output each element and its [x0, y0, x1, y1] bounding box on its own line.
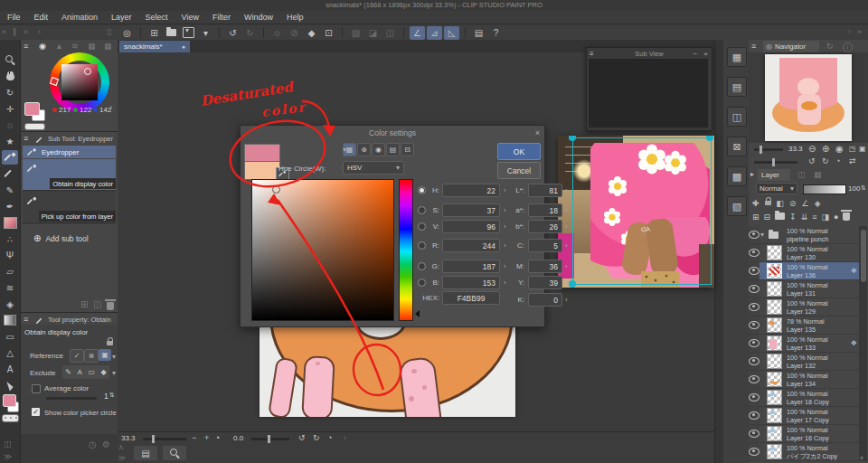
open-file-icon[interactable]	[164, 26, 179, 40]
layer-visibility-cell[interactable]	[749, 407, 760, 425]
blend-tool[interactable]: ≋	[2, 280, 18, 295]
dock-material-image-icon[interactable]: ▩	[727, 166, 747, 186]
hex-field[interactable]: F4BB99	[442, 291, 500, 305]
dialog-close-icon[interactable]: ×	[535, 128, 540, 137]
settings-icon[interactable]: ⚙	[102, 439, 110, 449]
field-M[interactable]: 36	[528, 260, 562, 273]
workspace-toggle-icon[interactable]: ◫	[4, 439, 12, 449]
eraser-tool[interactable]: ▱	[2, 264, 18, 279]
csp-logo-icon[interactable]: ◎	[119, 26, 135, 40]
field-stepper-icon[interactable]: ›	[565, 186, 568, 194]
menu-file[interactable]: File	[7, 13, 21, 22]
color-wheel-tab-icon[interactable]: ◉	[39, 42, 46, 51]
layer-scroll-down-icon[interactable]: ▾	[860, 454, 863, 462]
field-C[interactable]: 5	[528, 239, 562, 252]
color-model-dropdown[interactable]: HSV ▾	[343, 161, 404, 175]
import-subtool-icon[interactable]: ⊞	[80, 299, 88, 309]
field-stepper-icon[interactable]: ›	[565, 206, 568, 214]
layer-visibility-cell[interactable]	[749, 353, 760, 371]
field-stepper-icon[interactable]: ›	[504, 262, 506, 270]
layer-thumbnail[interactable]	[767, 335, 782, 351]
panel-menu-icon[interactable]: ≡	[24, 134, 28, 143]
scroll-more-icon[interactable]: ≫	[118, 454, 126, 462]
zoom-in-icon[interactable]: ⊕	[822, 144, 829, 154]
rotate-cw-icon[interactable]: ↻	[313, 433, 320, 442]
picker-mode-ring[interactable]: ⊕	[357, 143, 371, 156]
layer-scrollbar[interactable]	[859, 226, 867, 461]
navigator-zoom-slider[interactable]	[754, 148, 783, 151]
color-settings-dialog[interactable]: Color settings × ▦⊕◉▤⊟▾ Hue Circle(W): H…	[240, 125, 545, 327]
palette-dock-button[interactable]: ▤	[134, 446, 157, 460]
transparent-color-chip[interactable]	[2, 414, 19, 422]
subview-tab-icon[interactable]: ↻	[826, 42, 834, 51]
exclude-text-icon[interactable]: A	[78, 368, 82, 376]
layer-row[interactable]: ▾100 % Normalpipeline punch	[760, 226, 859, 244]
field-b[interactable]: 26	[528, 220, 562, 233]
hue-bar[interactable]	[399, 179, 413, 321]
layer-row[interactable]: 100 % NormalLayer 130	[760, 244, 859, 262]
collapse-left3-icon[interactable]: ‹	[38, 27, 41, 36]
delete-subtool-icon[interactable]	[107, 302, 114, 312]
new-folder-icon[interactable]	[775, 213, 785, 222]
layer-toolbar-chevron-icon[interactable]: ▾	[752, 199, 756, 207]
collapse-right-icon[interactable]: ›	[848, 27, 851, 36]
menu-filter[interactable]: Filter	[212, 13, 231, 22]
layer-visibility-cell[interactable]	[749, 317, 760, 335]
canvas-tab-close-icon[interactable]: ●	[182, 43, 185, 50]
sv-box[interactable]	[61, 64, 98, 100]
delete-layer-icon[interactable]	[843, 213, 850, 222]
exclude-locked-icon[interactable]: ◆	[101, 368, 107, 376]
rotate-ccw-icon[interactable]: ↺	[298, 433, 306, 442]
layer-visibility-cell[interactable]	[749, 280, 760, 298]
exclude-draft-icon[interactable]: ✎	[65, 368, 71, 376]
canvas-tab[interactable]: snackimals* ●	[119, 41, 190, 52]
invert-selection-icon[interactable]: ⊘	[287, 26, 302, 40]
navigator-rotate-thumb[interactable]	[772, 158, 775, 166]
menu-animation[interactable]: Animation	[61, 13, 98, 22]
field-V[interactable]: 96	[442, 220, 500, 233]
folder-caret-icon[interactable]: ▾	[760, 231, 764, 239]
field-stepper-icon[interactable]: ›	[504, 222, 506, 231]
subview-close-icon[interactable]: ×	[703, 50, 708, 58]
layer-row[interactable]: 100 % Normalパイプ2カ2 Copy	[760, 443, 859, 461]
field-stepper-icon[interactable]: ›	[565, 296, 568, 304]
zoom-slider[interactable]	[143, 438, 186, 440]
field-stepper-icon[interactable]: ›	[504, 241, 506, 250]
auto-select-tool[interactable]: ★	[2, 134, 18, 148]
lock-icon[interactable]	[765, 199, 771, 207]
menu-layer[interactable]: Layer	[111, 13, 132, 22]
zoom-tool[interactable]	[2, 52, 18, 67]
layer-thumbnail[interactable]	[767, 317, 782, 333]
field-H[interactable]: 22	[442, 184, 500, 197]
average-stepper-icon[interactable]: ⇅	[109, 392, 115, 399]
field-R[interactable]: 244	[442, 239, 500, 252]
reference-image-icon[interactable]: ▣	[99, 349, 111, 361]
navigator-zoom-thumb[interactable]	[760, 146, 762, 154]
actual-pixels-icon[interactable]: ◳	[849, 145, 856, 153]
menu-edit[interactable]: Edit	[34, 13, 49, 22]
rotation-slider[interactable]	[251, 438, 289, 440]
field-G[interactable]: 187	[442, 260, 500, 273]
figure-tool[interactable]: △	[2, 345, 18, 360]
strip-more-icon[interactable]: ≫	[4, 452, 12, 461]
picker-mode-mix[interactable]: ▤	[386, 143, 400, 156]
rotate-canvas-tool[interactable]: ↻	[2, 85, 18, 99]
selection-tool[interactable]: ◌	[2, 118, 18, 132]
color-slider-tab-icon[interactable]: ▲	[55, 42, 63, 51]
average-color-checkbox[interactable]	[32, 384, 41, 393]
dock-material-3d-icon[interactable]: ▧	[727, 196, 747, 216]
picker-mode-bar[interactable]: ⊟	[401, 143, 414, 156]
lock-transparency-icon[interactable]: ◧	[777, 199, 785, 208]
menu-help[interactable]: Help	[287, 13, 304, 22]
collapse-left-icon[interactable]: «	[2, 27, 6, 36]
panel-menu-icon[interactable]: ▸	[750, 170, 754, 178]
exclude-editlayer-icon[interactable]: ▭	[88, 368, 95, 376]
zoom-out-icon[interactable]: ⊖	[808, 144, 816, 154]
layer-thumbnail[interactable]	[767, 372, 782, 387]
layer-property-tab-icon[interactable]: ◫	[797, 170, 806, 179]
primary-color-swatch[interactable]	[3, 394, 16, 407]
layer-row[interactable]: 100 % NormalLayer 134	[760, 371, 859, 389]
layer-tab[interactable]: Layer	[758, 169, 790, 181]
menu-view[interactable]: View	[182, 13, 199, 22]
frame-border-tool[interactable]: ▭	[2, 329, 18, 344]
